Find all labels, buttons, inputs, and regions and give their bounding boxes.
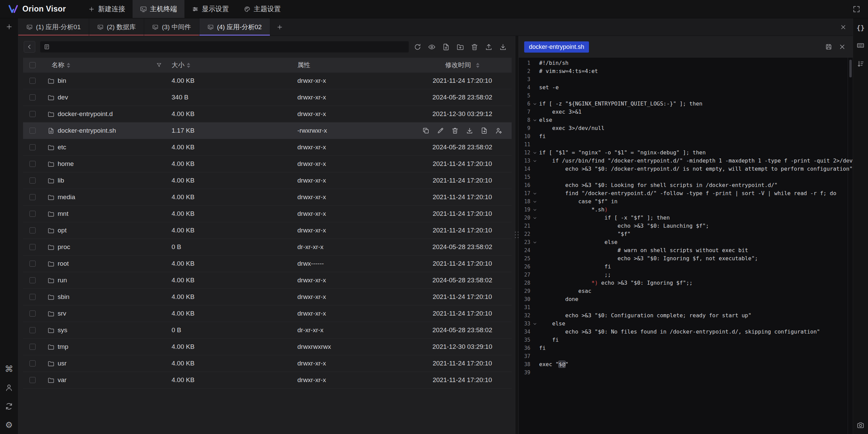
table-row[interactable]: mnt4.00 KBdrwxr-xr-x2021-11-24 17:20:10 xyxy=(23,206,512,222)
table-row[interactable]: tmp4.00 KBdrwxrwxrwx2021-12-30 03:29:10 xyxy=(23,339,512,355)
editor-close-icon[interactable] xyxy=(839,43,846,51)
save-icon[interactable] xyxy=(825,43,832,51)
table-row[interactable]: run4.00 KBdrwxr-xr-x2024-05-28 23:58:02 xyxy=(23,272,512,289)
table-row[interactable]: docker-entrypoint.d4.00 KBdrwxr-xr-x2021… xyxy=(23,106,512,122)
row-checkbox[interactable] xyxy=(29,377,36,383)
header-name[interactable]: 名称 xyxy=(37,61,172,70)
command-palette-icon[interactable]: ⌘ xyxy=(5,365,13,373)
delete-icon[interactable] xyxy=(471,43,478,51)
row-checkbox[interactable] xyxy=(29,310,36,317)
table-row[interactable]: dev340 Bdrwxr-xr-x2024-05-28 23:58:02 xyxy=(23,89,512,106)
table-row[interactable]: home4.00 KBdrwxr-xr-x2021-11-24 17:20:10 xyxy=(23,156,512,172)
settings-icon[interactable]: ⚙ xyxy=(5,421,13,429)
row-checkbox[interactable] xyxy=(29,194,36,200)
fold-icon[interactable] xyxy=(530,102,539,106)
row-select-cell xyxy=(23,344,37,350)
table-row[interactable]: srv4.00 KBdrwxr-xr-x2021-11-24 17:20:10 xyxy=(23,305,512,322)
new-file-icon[interactable] xyxy=(442,43,450,51)
row-checkbox[interactable] xyxy=(29,294,36,300)
table-row[interactable]: sys0 Bdr-xr-xr-x2024-05-28 23:58:02 xyxy=(23,322,512,339)
filter-icon[interactable] xyxy=(156,62,162,68)
table-row[interactable]: docker-entrypoint.sh1.17 KB-rwxrwxr-x xyxy=(23,122,512,139)
refresh-icon[interactable] xyxy=(414,43,421,51)
upload-icon[interactable] xyxy=(485,43,493,51)
user-profile-icon[interactable] xyxy=(5,383,13,392)
terminal-tab-3[interactable]: (3) 中间件 xyxy=(144,18,199,36)
fold-icon[interactable] xyxy=(530,216,539,220)
fold-icon[interactable] xyxy=(530,208,539,212)
screenshot-icon[interactable] xyxy=(856,421,865,429)
fold-icon[interactable] xyxy=(530,200,539,204)
new-folder-icon[interactable] xyxy=(456,43,464,51)
table-row[interactable]: proc0 Bdr-xr-xr-x2024-05-28 23:58:02 xyxy=(23,239,512,256)
row-checkbox[interactable] xyxy=(29,78,36,84)
back-button[interactable] xyxy=(24,41,35,53)
table-row[interactable]: usr4.00 KBdrwxr-xr-x2021-11-24 17:20:10 xyxy=(23,355,512,372)
row-checkbox[interactable] xyxy=(29,161,36,167)
fold-icon[interactable] xyxy=(530,159,539,163)
row-checkbox[interactable] xyxy=(29,244,36,250)
table-row[interactable]: media4.00 KBdrwxr-xr-x2021-11-24 17:20:1… xyxy=(23,189,512,206)
line-sort-icon[interactable] xyxy=(856,60,865,68)
download-icon[interactable] xyxy=(466,127,473,134)
terminal-tab-1[interactable]: (1) 应用-分析01 xyxy=(18,18,89,36)
table-row[interactable]: etc4.00 KBdrwxr-xr-x2024-05-28 23:58:02 xyxy=(23,139,512,156)
row-checkbox[interactable] xyxy=(29,277,36,283)
panel-splitter[interactable] xyxy=(515,36,519,434)
menu-item-new-connection[interactable]: 新建连接 xyxy=(81,0,133,18)
row-checkbox[interactable] xyxy=(29,360,36,366)
row-checkbox[interactable] xyxy=(29,261,36,267)
permission-icon[interactable] xyxy=(495,127,502,134)
new-connection-icon[interactable] xyxy=(5,23,13,31)
menu-item-host-terminal[interactable]: 主机终端 xyxy=(133,0,184,18)
row-checkbox[interactable] xyxy=(29,327,36,333)
download-icon[interactable] xyxy=(499,43,507,51)
row-checkbox[interactable] xyxy=(29,144,36,150)
select-all-checkbox[interactable] xyxy=(29,62,36,68)
edit-icon[interactable] xyxy=(437,127,444,134)
menu-item-theme-settings[interactable]: 主题设置 xyxy=(236,0,288,18)
row-checkbox[interactable] xyxy=(29,94,36,100)
path-input[interactable] xyxy=(53,43,405,51)
delete-icon[interactable] xyxy=(451,127,459,134)
table-row[interactable]: root4.00 KBdrwx------2021-11-24 17:20:10 xyxy=(23,256,512,272)
path-list-icon[interactable] xyxy=(44,44,50,50)
fold-icon[interactable] xyxy=(530,322,539,326)
file-name: proc xyxy=(58,243,70,251)
row-checkbox[interactable] xyxy=(29,227,36,233)
table-row[interactable]: lib4.00 KBdrwxr-xr-x2021-11-24 17:20:10 xyxy=(23,172,512,189)
fold-icon[interactable] xyxy=(530,191,539,196)
close-panel-button[interactable] xyxy=(840,18,853,36)
fold-icon[interactable] xyxy=(530,240,539,245)
header-size[interactable]: 大小 xyxy=(172,61,297,70)
copy-icon[interactable] xyxy=(422,127,430,134)
table-row[interactable]: opt4.00 KBdrwxr-xr-x2021-11-24 17:20:10 xyxy=(23,222,512,239)
row-checkbox[interactable] xyxy=(29,344,36,350)
sort-mtime-icon[interactable] xyxy=(476,63,479,68)
fold-icon[interactable] xyxy=(530,118,539,122)
menu-item-display-settings[interactable]: 显示设置 xyxy=(184,0,236,18)
move-icon[interactable] xyxy=(480,127,488,134)
row-checkbox[interactable] xyxy=(29,128,36,134)
fold-icon[interactable] xyxy=(530,151,539,155)
table-row[interactable]: sbin4.00 KBdrwxr-xr-x2021-11-24 17:20:10 xyxy=(23,289,512,305)
fullscreen-icon[interactable] xyxy=(852,5,861,13)
table-row[interactable]: bin4.00 KBdrwxr-xr-x2021-11-24 17:20:10 xyxy=(23,73,512,89)
terminal-tab-2[interactable]: (2) 数据库 xyxy=(89,18,144,36)
table-row[interactable]: var4.00 KBdrwxr-xr-x2021-11-24 17:20:10 xyxy=(23,372,512,389)
code-snippets-icon[interactable]: {} xyxy=(856,24,865,31)
row-checkbox[interactable] xyxy=(29,177,36,184)
shortcut-keys-icon[interactable] xyxy=(856,41,865,50)
scrollbar-thumb[interactable] xyxy=(849,60,852,77)
toggle-hidden-icon[interactable] xyxy=(428,43,436,51)
new-tab-button[interactable] xyxy=(270,18,289,36)
code-editor[interactable]: 1#!/bin/sh2# vim:sw=4:ts=4:et34set -e56i… xyxy=(519,58,853,434)
sort-size-icon[interactable] xyxy=(187,63,190,68)
row-checkbox[interactable] xyxy=(29,211,36,217)
editor-file-tab[interactable]: docker-entrypoint.sh xyxy=(524,41,589,53)
header-mtime[interactable]: 修改时间 xyxy=(413,61,512,70)
proxy-sync-icon[interactable] xyxy=(5,402,13,411)
terminal-tab-4[interactable]: (4) 应用-分析02 xyxy=(199,18,270,36)
sort-name-icon[interactable] xyxy=(67,63,70,68)
row-checkbox[interactable] xyxy=(29,111,36,117)
